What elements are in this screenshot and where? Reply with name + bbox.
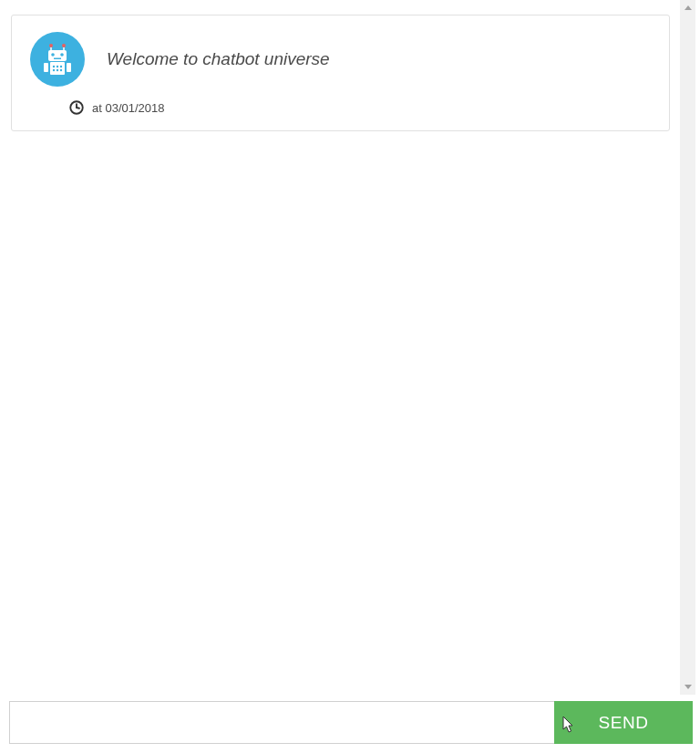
svg-point-6 (60, 53, 64, 57)
timestamp-prefix: at (92, 101, 105, 115)
svg-point-5 (51, 53, 55, 57)
scrollbar-arrow-up[interactable] (680, 0, 695, 15)
svg-rect-7 (54, 58, 61, 60)
timestamp: at 03/01/2018 (92, 101, 165, 115)
svg-rect-10 (67, 63, 71, 72)
bot-avatar (30, 32, 85, 87)
scrollbar-arrow-down[interactable] (680, 679, 695, 695)
svg-point-14 (53, 69, 55, 71)
svg-rect-8 (50, 62, 65, 75)
send-button[interactable]: SEND (554, 701, 693, 744)
clock-icon (68, 99, 85, 116)
input-row: SEND (9, 701, 693, 744)
scrollbar[interactable] (680, 0, 695, 695)
cursor-icon (562, 716, 575, 734)
svg-rect-4 (48, 50, 67, 61)
message-card: Welcome to chatbot universe at 03/01/201… (11, 15, 670, 131)
svg-line-19 (77, 108, 79, 108)
message-text: Welcome to chatbot universe (107, 49, 330, 69)
chat-container: Welcome to chatbot universe at 03/01/201… (0, 0, 679, 695)
svg-point-16 (60, 69, 62, 71)
svg-point-13 (60, 66, 62, 67)
timestamp-date: 03/01/2018 (105, 101, 164, 115)
svg-rect-9 (44, 63, 48, 72)
chevron-down-icon (685, 685, 692, 689)
robot-icon (40, 42, 75, 77)
svg-point-0 (49, 44, 53, 47)
svg-point-15 (57, 69, 58, 71)
message-input[interactable] (9, 701, 554, 744)
svg-point-11 (53, 66, 55, 67)
message-header: Welcome to chatbot universe (30, 32, 651, 87)
svg-point-1 (62, 44, 66, 47)
svg-point-12 (57, 66, 58, 67)
send-button-label: SEND (599, 713, 649, 733)
chevron-up-icon (685, 5, 692, 10)
message-footer: at 03/01/2018 (68, 99, 651, 116)
